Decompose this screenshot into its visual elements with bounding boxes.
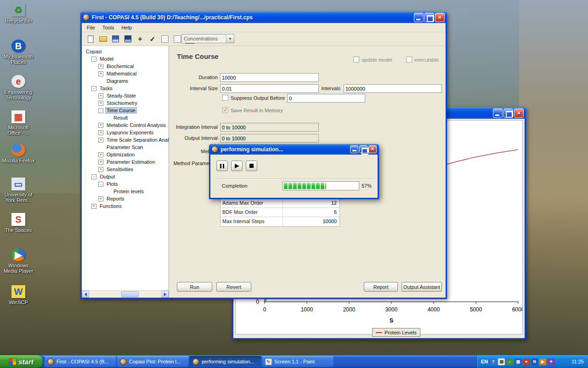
tree-item-time-scale-separation-analysis[interactable]: +Time Scale Separation Analysis xyxy=(82,136,169,144)
stop-button[interactable] xyxy=(246,161,257,171)
check-icon[interactable]: ✓ xyxy=(147,34,158,44)
tree-item-lyapunov-exponents[interactable]: +Lyapunov Exponents xyxy=(82,129,169,136)
collapse-icon[interactable]: - xyxy=(98,108,103,113)
scroll-right-button[interactable] xyxy=(161,291,169,298)
tree-item-result[interactable]: Result xyxy=(82,114,169,121)
main-window-titlebar[interactable]: First - COPASI 4.5 (Build 30) D:/Teachin… xyxy=(80,12,447,23)
minimize-button[interactable] xyxy=(414,13,424,22)
menu-help[interactable]: Help xyxy=(118,24,135,31)
media-tray-icon[interactable]: ▶ xyxy=(539,358,546,365)
expand-icon[interactable]: + xyxy=(98,160,103,165)
update-model-checkbox[interactable]: update model xyxy=(353,57,392,63)
messenger-icon[interactable]: ✦ xyxy=(548,358,554,365)
close-button[interactable]: × xyxy=(514,109,524,118)
param-value[interactable]: 10000 xyxy=(283,217,339,226)
save-result-checkbox[interactable]: Save Result in Memory xyxy=(222,107,283,113)
display-icon[interactable]: ▤ xyxy=(498,358,505,365)
pause-button[interactable] xyxy=(216,161,228,171)
close-button[interactable]: × xyxy=(435,13,445,22)
suppress-output-checkbox[interactable]: Suppress Output Before xyxy=(222,95,285,101)
desktop-icon-mozilla-firefox[interactable]: Mozilla Firefox xyxy=(2,144,35,163)
param-value[interactable]: 12 xyxy=(283,199,339,207)
maximize-button[interactable] xyxy=(359,145,368,153)
add-icon[interactable]: + xyxy=(135,34,145,44)
run-button[interactable]: Run xyxy=(177,282,212,292)
save-as-icon[interactable] xyxy=(123,34,133,44)
maximize-button[interactable] xyxy=(424,13,434,22)
scrollbar-thumb[interactable] xyxy=(121,291,139,297)
param-value[interactable]: 5 xyxy=(283,208,339,217)
tree-item-optimization[interactable]: +Optimization xyxy=(82,151,169,158)
tree-item-steady-state[interactable]: +Steady-State xyxy=(82,92,169,99)
security-icon[interactable]: ● xyxy=(523,358,530,365)
desktop-icon-recycle-bin[interactable]: ♻Recycle Bin xyxy=(2,4,35,23)
expand-icon[interactable]: + xyxy=(98,152,103,157)
tree-horizontal-scrollbar[interactable] xyxy=(82,290,169,298)
bluetooth-tray-icon[interactable]: B xyxy=(531,358,538,365)
volume-icon[interactable]: ♪ xyxy=(506,358,513,365)
executable-checkbox-box[interactable] xyxy=(406,57,412,63)
desktop-icon-university-of-york-rem[interactable]: ▭University of York Rem... xyxy=(2,178,35,203)
tree-item-stoichiometry[interactable]: +Stoichiometry xyxy=(82,99,169,107)
table-row[interactable]: Adams Max Order12 xyxy=(220,199,339,208)
table-row[interactable]: BDF Max Order5 xyxy=(220,208,339,217)
update-model-checkbox-box[interactable] xyxy=(353,57,359,63)
revert-button[interactable]: Revert xyxy=(216,282,251,292)
taskbar-task-performing-simulation[interactable]: performing simulation... xyxy=(190,356,261,367)
scroll-left-button[interactable] xyxy=(82,291,89,298)
expand-icon[interactable]: + xyxy=(98,93,103,98)
save-icon[interactable] xyxy=(110,34,120,44)
menu-file[interactable]: File xyxy=(84,24,98,31)
open-file-icon[interactable] xyxy=(98,34,108,44)
collapse-icon[interactable]: - xyxy=(91,86,96,91)
report-button[interactable]: Report xyxy=(364,282,398,292)
desktop-icon-empowering-technology[interactable]: eEmpowering Technology xyxy=(2,75,35,100)
minimize-button[interactable] xyxy=(493,109,503,118)
expand-icon[interactable]: + xyxy=(98,123,103,128)
taskbar-task-copasi-plot-protein-l[interactable]: Copasi Plot: Protein l... xyxy=(117,356,188,367)
progress-dialog-titlebar[interactable]: performing simulation... × xyxy=(209,144,379,155)
desktop-icon-winscp[interactable]: WWinSCP xyxy=(2,285,35,305)
tree-item-tasks[interactable]: -Tasks xyxy=(82,85,169,92)
tree-item-biochemical[interactable]: +Biochemical xyxy=(82,63,169,70)
new-file-icon[interactable] xyxy=(85,34,96,44)
menu-tools[interactable]: Tools xyxy=(99,24,118,31)
desktop-icon-my-bluetooth-places[interactable]: BMy Bluetooth Places xyxy=(2,40,35,65)
expand-icon[interactable]: + xyxy=(98,64,103,69)
expand-icon[interactable]: + xyxy=(98,130,103,135)
expand-icon[interactable]: + xyxy=(98,138,103,143)
table-row[interactable]: Max Internal Steps10000 xyxy=(220,217,339,226)
taskbar-task-screen-1-1-paint[interactable]: ✎Screen.1,1 - Paint xyxy=(262,356,334,367)
tree-item-metabolic-control-analysis[interactable]: +Metabolic Control Analysis xyxy=(82,121,169,129)
tree-item-parameter-estimation[interactable]: +Parameter Estimation xyxy=(82,158,169,166)
close-button[interactable]: × xyxy=(368,145,377,153)
start-button[interactable]: start xyxy=(0,355,43,368)
time-course-icon[interactable] xyxy=(172,34,182,44)
tree-item-reports[interactable]: +Reports xyxy=(82,195,169,202)
minimize-button[interactable] xyxy=(350,145,358,153)
language-indicator[interactable]: EN xyxy=(481,359,488,364)
tree-item-model[interactable]: -Model xyxy=(82,55,169,63)
save-result-checkbox-box[interactable] xyxy=(222,107,228,113)
tree-item-parameter-scan[interactable]: Parameter Scan xyxy=(82,144,169,151)
tree-item-output[interactable]: -Output xyxy=(82,173,169,180)
desktop-icon-the-spaces[interactable]: SThe Spaces xyxy=(2,213,35,233)
play-button[interactable] xyxy=(231,161,243,171)
duration-input[interactable] xyxy=(220,73,319,82)
expand-icon[interactable]: + xyxy=(91,204,96,209)
taskbar-clock[interactable]: 11:25 xyxy=(571,359,584,364)
desktop-icon-windows-media-player[interactable]: ▶Windows Media Player xyxy=(2,248,35,274)
tree-item-mathematical[interactable]: +Mathematical xyxy=(82,70,169,77)
tree-item-protein-levels[interactable]: Protein levels xyxy=(82,188,169,195)
executable-checkbox[interactable]: executable xyxy=(406,57,439,63)
tree-item-functions[interactable]: +Functions xyxy=(82,202,169,210)
maximize-button[interactable] xyxy=(503,109,513,118)
collapse-icon[interactable]: - xyxy=(98,182,103,187)
tree-item-sensitivities[interactable]: +Sensitivities xyxy=(82,166,169,173)
taskbar-task-first-copasi-4-5-b[interactable]: First - COPASI 4.5 (B... xyxy=(45,356,116,367)
tree-item-diagrams[interactable]: Diagrams xyxy=(82,77,169,85)
collapse-icon[interactable]: - xyxy=(91,57,96,62)
collapse-icon[interactable]: - xyxy=(91,174,96,179)
help-icon[interactable]: ? xyxy=(490,358,497,365)
steady-state-icon[interactable] xyxy=(160,34,170,44)
